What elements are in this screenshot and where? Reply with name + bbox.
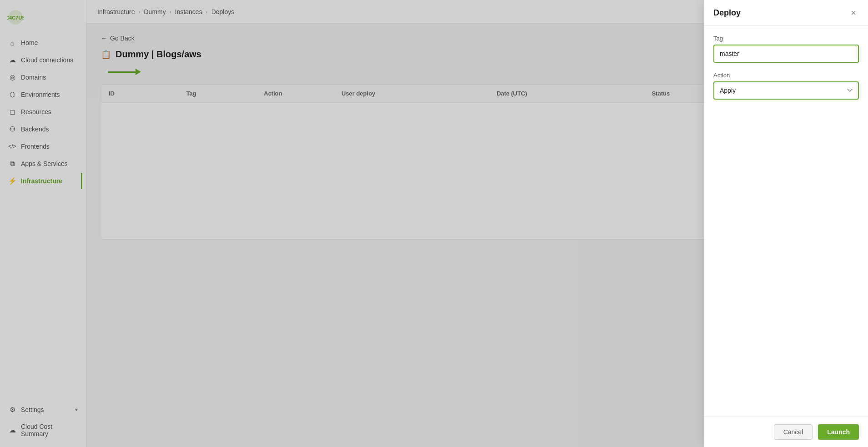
deploy-modal: Deploy × Tag Action Apply Destroy Plan C… [704,0,868,447]
tag-form-group: Tag [713,35,859,63]
cancel-button[interactable]: Cancel [774,424,813,440]
action-select[interactable]: Apply Destroy Plan [713,81,859,100]
action-form-group: Action Apply Destroy Plan [713,72,859,100]
tag-input[interactable] [713,45,859,63]
modal-close-button[interactable]: × [848,7,859,18]
modal-header: Deploy × [704,0,868,26]
modal-footer: Cancel Launch [704,417,868,447]
tag-label: Tag [713,35,859,42]
launch-button[interactable]: Launch [818,424,859,440]
modal-overlay: Deploy × Tag Action Apply Destroy Plan C… [0,0,868,447]
modal-body: Tag Action Apply Destroy Plan [704,26,868,417]
action-label: Action [713,72,859,79]
modal-title: Deploy [713,8,741,18]
